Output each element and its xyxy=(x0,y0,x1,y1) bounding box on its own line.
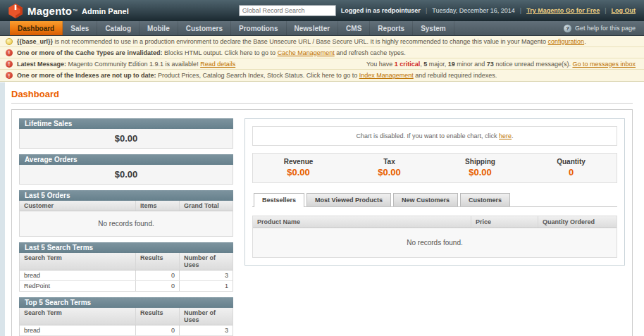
text-part: is not recommended to use in a productio… xyxy=(53,38,548,45)
notice-text: {{base_url}} is not recommended to use i… xyxy=(17,38,586,45)
column-header-search-term[interactable]: Search Term xyxy=(20,308,135,325)
get-help-label: Get help for this page xyxy=(575,25,636,32)
nav-item-cms[interactable]: CMS xyxy=(338,21,370,35)
main-nav: Dashboard Sales Catalog Mobile Customers… xyxy=(0,21,644,36)
notice-base-url: {{base_url}} is not recommended to use i… xyxy=(0,36,644,47)
column-header-quantity-ordered[interactable]: Quantity Ordered xyxy=(538,216,617,228)
no-records-message: No records found. xyxy=(253,228,617,257)
text-part: {{base_url}} xyxy=(17,38,53,45)
column-header-customer[interactable]: Customer xyxy=(20,201,135,211)
log-out-link[interactable]: Log Out xyxy=(612,7,636,14)
column-header-number-of-uses[interactable]: Number of Uses xyxy=(179,308,233,325)
help-icon: ? xyxy=(564,25,571,32)
header-right: Logged in as redpointuser | Tuesday, Dec… xyxy=(239,5,636,16)
inline-link[interactable]: here xyxy=(499,132,512,139)
notice-latest-message: ! Latest Message: Magento Community Edit… xyxy=(0,58,644,70)
column-header-number-of-uses[interactable]: Number of Uses xyxy=(179,253,233,270)
magento-admin-page: Magento ™ Admin Panel Logged in as redpo… xyxy=(0,0,644,336)
quantity-total: Quantity 0 xyxy=(526,158,617,178)
table-header-row: Customer Items Grand Total xyxy=(20,201,233,211)
tab-new-customers[interactable]: New Customers xyxy=(393,193,458,206)
dashboard-right-column: Chart is disabled. If you want to enable… xyxy=(244,118,625,266)
admin-panel-label: Admin Panel xyxy=(82,6,129,15)
text-part: and refresh cache types. xyxy=(335,49,406,56)
average-orders-widget: Average Orders $0.00 xyxy=(19,154,233,185)
top5-search-table: Search Term Results Number of Uses bread… xyxy=(19,308,233,336)
tab-bestsellers[interactable]: Bestsellers xyxy=(254,193,304,207)
admin-notices: {{base_url}} is not recommended to use i… xyxy=(0,36,644,82)
revenue-label: Revenue xyxy=(253,158,344,166)
search-term-cell: bread xyxy=(20,325,135,335)
notice-cache-invalidated: ! One or more of the Cache Types are inv… xyxy=(0,47,644,58)
last5-search-title: Last 5 Search Terms xyxy=(19,242,233,253)
nav-item-reports[interactable]: Reports xyxy=(370,21,413,35)
nav-item-customers[interactable]: Customers xyxy=(178,21,231,35)
text-part: One or more of the Cache Types are inval… xyxy=(17,49,162,56)
quantity-label: Quantity xyxy=(526,158,617,166)
column-header-results[interactable]: Results xyxy=(135,253,179,270)
notice-text: One or more of the Cache Types are inval… xyxy=(17,49,406,56)
nav-item-catalog[interactable]: Catalog xyxy=(97,21,140,35)
dashboard-left-column: Lifetime Sales $0.00 Average Orders $0.0… xyxy=(19,118,233,336)
page-title: Dashboard xyxy=(11,89,633,99)
table-header-row: Search Term Results Number of Uses xyxy=(20,308,233,325)
text-part: . xyxy=(584,38,586,45)
text-part: . xyxy=(512,132,514,139)
table-row[interactable]: bread 0 3 xyxy=(20,325,233,336)
inline-link[interactable]: Go to messages inbox xyxy=(572,61,636,68)
inline-link[interactable]: Read details xyxy=(200,61,235,68)
search-term-cell: RedPoint xyxy=(20,281,135,291)
unread-messages-summary: You have 1 critical, 5 major, 19 minor a… xyxy=(352,61,636,68)
search-term-cell: bread xyxy=(20,270,135,280)
get-help-link[interactable]: ? Get help for this page xyxy=(564,21,644,35)
text-part: Magento Community Edition 1.9.1 is avail… xyxy=(66,61,200,68)
bestsellers-table: Product Name Price Quantity Ordered No r… xyxy=(252,216,617,258)
top5-search-terms-widget: Top 5 Search Terms Search Term Results N… xyxy=(19,297,233,336)
nav-item-promotions[interactable]: Promotions xyxy=(231,21,287,35)
text-part: major, xyxy=(427,61,448,68)
tax-value: $0.00 xyxy=(344,167,435,178)
text-part: and rebuild required indexes. xyxy=(414,72,497,79)
nav-item-mobile[interactable]: Mobile xyxy=(140,21,178,35)
tab-customers[interactable]: Customers xyxy=(460,193,510,206)
last5-orders-widget: Last 5 Orders Customer Items Grand Total… xyxy=(19,190,233,237)
table-row[interactable]: RedPoint 0 1 xyxy=(20,281,233,291)
try-magento-go-link[interactable]: Try Magento Go for Free xyxy=(526,7,600,14)
text-part: Product Prices, Catalog Search Index, St… xyxy=(156,72,359,79)
inline-link[interactable]: Index Management xyxy=(359,72,414,79)
top5-search-title: Top 5 Search Terms xyxy=(19,297,233,308)
inline-link[interactable]: Cache Management xyxy=(278,49,335,56)
column-header-items[interactable]: Items xyxy=(135,201,179,211)
tab-most-viewed-products[interactable]: Most Viewed Products xyxy=(306,193,391,206)
error-icon: ! xyxy=(6,72,13,79)
brand-name: Magento xyxy=(27,5,72,17)
nav-item-dashboard[interactable]: Dashboard xyxy=(10,21,63,35)
nav-item-newsletter[interactable]: Newsletter xyxy=(287,21,339,35)
lifetime-sales-value: $0.00 xyxy=(19,129,233,149)
notice-text: Latest Message: Magento Community Editio… xyxy=(17,61,235,68)
column-header-results[interactable]: Results xyxy=(135,308,179,325)
nav-item-system[interactable]: System xyxy=(413,21,454,35)
text-part: Blocks HTML output. Click here to go to xyxy=(162,49,277,56)
separator: | xyxy=(426,7,427,14)
current-date: Tuesday, December 16, 2014 xyxy=(432,7,515,14)
text-part: Chart is disabled. If you want to enable… xyxy=(356,132,499,139)
column-header-grand-total[interactable]: Grand Total xyxy=(179,201,233,211)
text-part: You have xyxy=(366,61,395,68)
last5-orders-table: Customer Items Grand Total No records fo… xyxy=(19,201,233,237)
results-cell: 0 xyxy=(135,281,179,291)
column-header-product-name[interactable]: Product Name xyxy=(253,216,471,228)
text-part: 19 xyxy=(448,61,455,68)
quantity-value: 0 xyxy=(526,167,617,178)
last5-search-terms-widget: Last 5 Search Terms Search Term Results … xyxy=(19,242,233,292)
table-row[interactable]: bread 0 3 xyxy=(20,270,233,281)
shipping-label: Shipping xyxy=(435,158,526,166)
brand-trademark: ™ xyxy=(73,8,78,13)
products-tabs: Bestsellers Most Viewed Products New Cus… xyxy=(252,193,617,207)
column-header-search-term[interactable]: Search Term xyxy=(20,253,135,270)
inline-link[interactable]: configuration xyxy=(548,38,585,45)
nav-item-sales[interactable]: Sales xyxy=(63,21,97,35)
global-search-input[interactable] xyxy=(239,5,336,16)
column-header-price[interactable]: Price xyxy=(471,216,538,228)
text-part: 73 xyxy=(487,61,494,68)
